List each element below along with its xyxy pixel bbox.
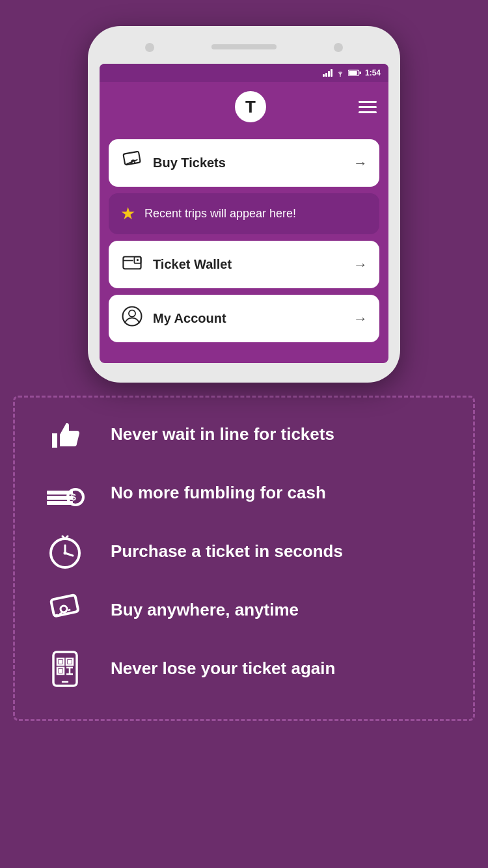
- feature-text-cash: No more fumbling for cash: [111, 482, 326, 504]
- hamburger-line-2: [359, 106, 377, 108]
- hamburger-menu[interactable]: [359, 101, 377, 113]
- svg-rect-32: [68, 660, 72, 664]
- recent-trips-banner: ★ Recent trips will appear here!: [109, 193, 379, 234]
- svg-point-21: [64, 552, 67, 555]
- phone-frame: 1:54 T: [88, 26, 400, 383]
- buy-tickets-label: Buy Tickets: [153, 156, 226, 170]
- wifi-icon: [335, 69, 346, 77]
- feature-item-clock: Purchase a ticket in seconds: [39, 532, 449, 571]
- status-icons: [323, 69, 361, 77]
- feature-item-qr: Never lose your ticket again: [39, 649, 449, 688]
- camera-icon: [145, 43, 154, 52]
- speaker: [211, 44, 277, 49]
- phone-mockup: 1:54 T: [0, 0, 488, 383]
- svg-rect-3: [359, 72, 361, 74]
- clock-icon: [39, 532, 91, 571]
- phone-screen: 1:54 T: [100, 64, 388, 363]
- feature-text-clock: Purchase a ticket in seconds: [111, 541, 343, 563]
- ticket-wallet-left: Ticket Wallet: [120, 251, 232, 278]
- signal-icon: [323, 69, 332, 77]
- app-logo: T: [235, 91, 266, 122]
- status-time: 1:54: [365, 68, 381, 77]
- ticket-wallet-label: Ticket Wallet: [153, 257, 232, 272]
- ticket-wallet-button[interactable]: Ticket Wallet →: [109, 241, 379, 288]
- menu-section: Buy Tickets → ★ Recent trips will appear…: [100, 131, 388, 350]
- ticket-icon: [39, 591, 91, 630]
- status-bar: 1:54: [100, 64, 388, 82]
- my-account-arrow: →: [353, 310, 368, 327]
- buy-tickets-left: Buy Tickets: [120, 150, 226, 176]
- ticket-wallet-arrow: →: [353, 256, 368, 273]
- svg-rect-33: [59, 669, 62, 673]
- phone-top-bar: [100, 38, 388, 64]
- buy-tickets-icon: [120, 150, 144, 176]
- my-account-label: My Account: [153, 311, 226, 326]
- svg-text:$: $: [71, 492, 76, 502]
- feature-item-cash: $ No more fumbling for cash: [39, 474, 449, 513]
- features-section: Never wait in line for tickets $ No more…: [0, 383, 488, 734]
- thumbsup-icon: [39, 415, 91, 454]
- svg-point-0: [340, 75, 341, 77]
- hamburger-line-1: [359, 101, 377, 103]
- ticket-wallet-icon: [120, 251, 144, 278]
- feature-text-qr: Never lose your ticket again: [111, 658, 335, 680]
- feature-item-ticket: Buy anywhere, anytime: [39, 591, 449, 630]
- buy-tickets-button[interactable]: Buy Tickets →: [109, 139, 379, 187]
- svg-point-26: [61, 606, 67, 612]
- cash-icon: $: [39, 474, 91, 513]
- star-icon: ★: [120, 204, 135, 224]
- feature-text-ticket: Buy anywhere, anytime: [111, 599, 299, 621]
- my-account-icon: [120, 305, 144, 332]
- my-account-button[interactable]: My Account →: [109, 295, 379, 342]
- my-account-left: My Account: [120, 305, 226, 332]
- app-header: T: [100, 82, 388, 131]
- buy-tickets-arrow: →: [353, 155, 368, 172]
- svg-point-12: [129, 310, 135, 317]
- feature-text-thumbsup: Never wait in line for tickets: [111, 424, 334, 446]
- svg-point-9: [137, 259, 139, 261]
- hamburger-line-3: [359, 111, 377, 113]
- battery-icon: [348, 69, 361, 77]
- feature-item-thumbsup: Never wait in line for tickets: [39, 415, 449, 454]
- sensor-icon: [334, 43, 343, 52]
- phone-qr-icon: [39, 649, 91, 688]
- recent-trips-text: Recent trips will appear here!: [144, 207, 296, 221]
- svg-rect-31: [59, 660, 62, 664]
- svg-rect-2: [349, 71, 357, 75]
